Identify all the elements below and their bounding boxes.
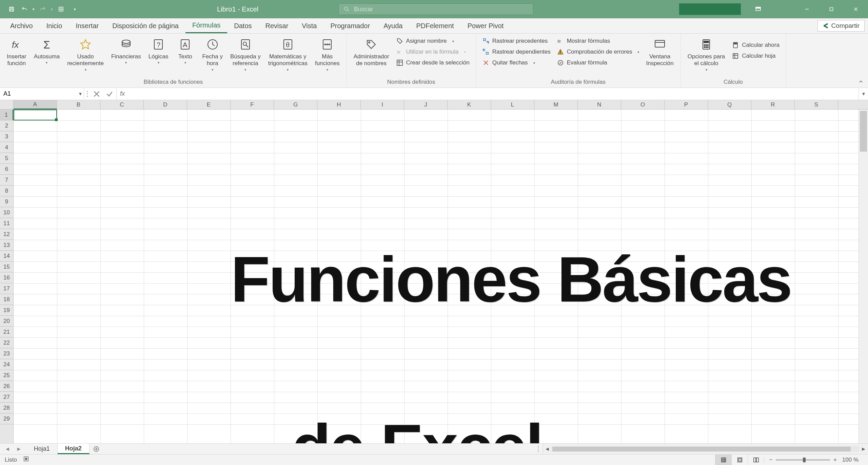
column-header-A[interactable]: A — [14, 100, 57, 109]
row-header-9[interactable]: 9 — [0, 196, 13, 207]
column-header-M[interactable]: M — [534, 100, 578, 109]
name-box-dropdown-icon[interactable]: ▾ — [79, 91, 82, 97]
hscroll-right-icon[interactable]: ► — [859, 446, 868, 452]
zoom-in-icon[interactable]: + — [833, 457, 837, 463]
evaluate-button[interactable]: Evaluar fórmula — [555, 58, 642, 67]
row-header-1[interactable]: 1 — [0, 110, 13, 120]
share-button[interactable]: Compartir — [817, 20, 865, 32]
row-header-11[interactable]: 11 — [0, 218, 13, 229]
calc-options-button[interactable]: Opciones para el cálculo▾ — [685, 36, 728, 73]
row-header-23[interactable]: 23 — [0, 348, 13, 359]
row-header-21[interactable]: 21 — [0, 327, 13, 337]
watch-window-button[interactable]: Ventana Inspección — [643, 36, 676, 69]
row-header-18[interactable]: 18 — [0, 294, 13, 305]
remove-arrows-button[interactable]: Quitar flechas▾ — [480, 58, 553, 67]
expand-formula-bar-icon[interactable]: ▾ — [859, 88, 868, 100]
close-icon[interactable] — [844, 0, 868, 18]
collapse-ribbon-icon[interactable] — [857, 78, 865, 85]
tab-datos[interactable]: Datos — [227, 18, 258, 33]
save-icon[interactable] — [7, 4, 16, 14]
trace-precedents-button[interactable]: Rastrear precedentes — [480, 36, 553, 46]
zoom-slider[interactable] — [776, 459, 830, 461]
qat-customize-icon[interactable]: ▾ — [74, 7, 76, 12]
tab-vista[interactable]: Vista — [295, 18, 323, 33]
row-header-15[interactable]: 15 — [0, 261, 13, 272]
horizontal-scrollbar[interactable]: ◄ ► — [542, 444, 868, 454]
row-header-28[interactable]: 28 — [0, 403, 13, 413]
column-header-G[interactable]: G — [274, 100, 317, 109]
row-header-19[interactable]: 19 — [0, 305, 13, 316]
redo-icon[interactable] — [38, 4, 47, 14]
enter-formula-icon[interactable] — [105, 90, 114, 98]
tab-ayuda[interactable]: Ayuda — [377, 18, 409, 33]
name-manager-button[interactable]: Administrador de nombres — [351, 36, 392, 69]
grid-fill-icon[interactable] — [56, 4, 66, 14]
column-header-J[interactable]: J — [404, 100, 448, 109]
autosum-button[interactable]: Σ Autosuma▾ — [31, 36, 63, 66]
row-header-17[interactable]: 17 — [0, 283, 13, 294]
view-pagebreak-icon[interactable] — [748, 454, 764, 465]
recent-button[interactable]: Usado recientemente▾ — [64, 36, 106, 73]
row-header-20[interactable]: 20 — [0, 316, 13, 327]
column-header-K[interactable]: K — [448, 100, 491, 109]
column-header-H[interactable]: H — [317, 100, 361, 109]
row-header-14[interactable]: 14 — [0, 251, 13, 261]
formula-input[interactable] — [128, 88, 859, 100]
hscroll-left-icon[interactable]: ◄ — [543, 446, 552, 452]
tab-formulas[interactable]: Fórmulas — [185, 18, 227, 33]
vscroll-thumb[interactable] — [860, 111, 867, 152]
column-header-Q[interactable]: Q — [708, 100, 751, 109]
column-header-S[interactable]: S — [795, 100, 838, 109]
cancel-formula-icon[interactable] — [93, 90, 101, 98]
sheet-prev-icon[interactable]: ◄ — [5, 446, 10, 452]
row-header-26[interactable]: 26 — [0, 381, 13, 392]
undo-icon[interactable] — [20, 4, 29, 14]
date-button[interactable]: Fecha y hora▾ — [199, 36, 225, 73]
active-cell-a1[interactable] — [14, 110, 57, 120]
column-header-O[interactable]: O — [621, 100, 665, 109]
row-header-7[interactable]: 7 — [0, 175, 13, 186]
cell-area[interactable]: Funciones Básicas de Excel — [14, 110, 868, 443]
row-header-16[interactable]: 16 — [0, 272, 13, 283]
column-header-L[interactable]: L — [491, 100, 534, 109]
sheet-next-icon[interactable]: ► — [16, 446, 22, 452]
use-formula-button[interactable]: fxUtilizar en la fórmula▾ — [394, 47, 472, 57]
row-header-3[interactable]: 3 — [0, 131, 13, 142]
zoom-value[interactable]: 100 % — [840, 457, 859, 463]
column-header-E[interactable]: E — [187, 100, 231, 109]
row-header-12[interactable]: 12 — [0, 229, 13, 240]
search-input[interactable] — [354, 6, 528, 13]
row-header-27[interactable]: 27 — [0, 392, 13, 403]
zoom-out-icon[interactable]: − — [769, 457, 772, 463]
tab-inicio[interactable]: Inicio — [40, 18, 69, 33]
column-header-B[interactable]: B — [57, 100, 100, 109]
tab-revisar[interactable]: Revisar — [259, 18, 295, 33]
column-header-C[interactable]: C — [100, 100, 144, 109]
row-header-5[interactable]: 5 — [0, 153, 13, 164]
calc-sheet-button[interactable]: Calcular hoja — [730, 51, 782, 61]
ribbon-display-options-icon[interactable] — [746, 0, 770, 18]
undo-caret-icon[interactable]: ▾ — [33, 7, 35, 12]
maximize-icon[interactable] — [819, 0, 844, 18]
column-header-P[interactable]: P — [665, 100, 708, 109]
logical-button[interactable]: ? Lógicas▾ — [146, 36, 171, 66]
name-box-input[interactable] — [3, 90, 80, 97]
tab-pdfelement[interactable]: PDFelement — [410, 18, 461, 33]
tab-archivo[interactable]: Archivo — [3, 18, 40, 33]
fx-label-icon[interactable]: fx — [117, 88, 128, 100]
tab-programador[interactable]: Programador — [323, 18, 377, 33]
show-formulas-button[interactable]: fxMostrar fórmulas — [555, 36, 642, 46]
tab-insertar[interactable]: Insertar — [69, 18, 105, 33]
row-header-13[interactable]: 13 — [0, 240, 13, 251]
more-functions-button[interactable]: Más funciones▾ — [312, 36, 342, 73]
create-selection-button[interactable]: Crear desde la selección — [394, 58, 472, 67]
vertical-scrollbar[interactable] — [859, 110, 868, 443]
view-normal-icon[interactable] — [715, 454, 731, 465]
minimize-icon[interactable] — [795, 0, 819, 18]
error-check-button[interactable]: !Comprobación de errores▾ — [555, 47, 642, 57]
insert-function-button[interactable]: fx Insertar función — [4, 36, 29, 69]
text-button[interactable]: A Texto▾ — [173, 36, 197, 66]
row-header-10[interactable]: 10 — [0, 207, 13, 218]
lookup-button[interactable]: Búsqueda y referencia▾ — [228, 36, 263, 73]
view-layout-icon[interactable] — [731, 454, 748, 465]
